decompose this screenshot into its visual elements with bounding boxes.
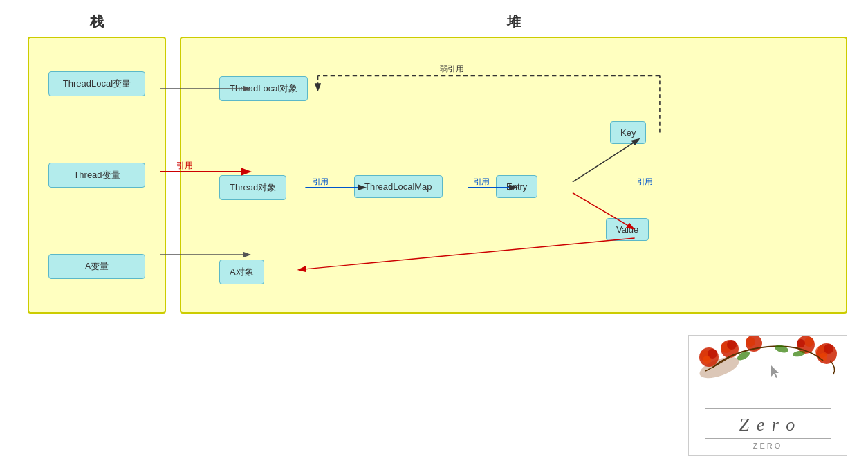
svg-point-25: [746, 337, 755, 347]
svg-point-27: [804, 337, 814, 347]
svg-point-31: [824, 344, 833, 354]
threadlocalmap-node: ThreadLocalMap: [354, 175, 443, 198]
svg-line-4: [573, 140, 638, 182]
svg-text:引用: 引用: [474, 177, 490, 186]
svg-point-34: [774, 344, 789, 354]
svg-line-6: [299, 238, 635, 270]
svg-point-28: [797, 339, 805, 347]
svg-text:弱引用─: 弱引用─: [440, 64, 470, 73]
value-node: Value: [606, 218, 649, 241]
watermark-divider2: [705, 438, 831, 439]
rose-decoration: [692, 335, 844, 406]
heap-section: 堆 ThreadLocal对象 Thread对象 ThreadLocalMap …: [180, 12, 847, 314]
watermark-roses: [689, 335, 847, 406]
svg-text:引用: 引用: [313, 177, 329, 186]
watermark-divider: [705, 408, 831, 409]
watermark-sub: ZERO: [753, 442, 783, 450]
heap-label: 堆: [507, 12, 521, 31]
watermark-text: Z e r o: [739, 413, 797, 435]
thread-var-node: Thread变量: [48, 163, 145, 188]
svg-point-23: [727, 340, 737, 350]
svg-text:引用: 引用: [637, 177, 653, 186]
a-var-node: A变量: [48, 254, 145, 279]
a-obj-node: A对象: [219, 260, 264, 284]
heap-box: ThreadLocal对象 Thread对象 ThreadLocalMap En…: [180, 37, 847, 314]
thread-obj-node: Thread对象: [219, 175, 286, 200]
svg-marker-36: [771, 365, 779, 378]
stack-label: 栈: [90, 12, 104, 31]
svg-point-20: [703, 356, 711, 364]
entry-node: Entry: [496, 175, 537, 198]
threadlocal-obj-node: ThreadLocal对象: [219, 76, 308, 101]
key-node: Key: [610, 121, 646, 144]
stack-box: ThreadLocal变量 Thread变量 A变量: [28, 37, 166, 314]
threadlocal-var-node: ThreadLocal变量: [48, 71, 145, 96]
watermark: Z e r o ZERO: [688, 335, 847, 456]
stack-section: 栈 ThreadLocal变量 Thread变量 A变量: [21, 12, 173, 314]
